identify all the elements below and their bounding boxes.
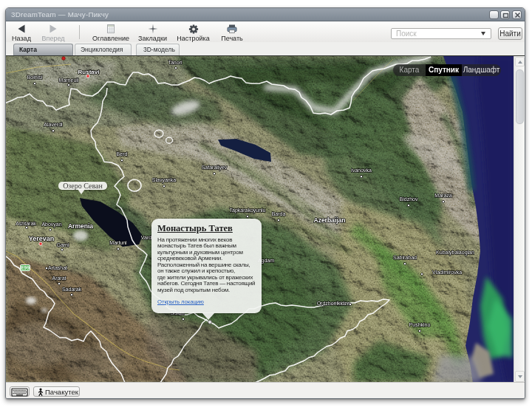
svg-text:Armenia: Armenia (68, 222, 93, 230)
svg-text:Maraza: Maraza (434, 193, 451, 198)
svg-text:Tanori: Tanori (168, 60, 183, 65)
svg-text:Sabirabad: Sabirabad (393, 255, 417, 260)
svg-text:Sadarak: Sadarak (62, 287, 82, 292)
svg-text:Alaverdi: Alaverdi (44, 122, 63, 127)
svg-text:Berd: Berd (117, 151, 128, 157)
svg-text:Abovyan: Abovyan (41, 222, 61, 228)
svg-text:Kubalybalaoglan: Kubalybalaoglan (436, 250, 474, 256)
svg-text:Pushkino: Pushkino (409, 322, 431, 327)
svg-text:Slavyanka: Slavyanka (152, 177, 176, 183)
svg-text:Vard: Vard (141, 235, 151, 240)
svg-text:Ashtarak: Ashtarak (16, 221, 36, 226)
svg-text:Safaraliyev: Safaraliyev (202, 165, 228, 171)
svg-text:Marneuli: Marneuli (59, 78, 79, 83)
svg-text:Yerevan: Yerevan (29, 235, 55, 242)
svg-text:Ararat: Ararat (52, 276, 66, 281)
svg-text:Ordzhonikidze: Ordzhonikidze (317, 301, 350, 306)
svg-text:Ivanovka: Ivanovka (351, 168, 372, 173)
svg-text:Vladimirovka: Vladimirovka (432, 270, 462, 275)
svg-text:Bolnisi: Bolnisi (27, 75, 43, 80)
svg-text:Barda: Barda (272, 211, 286, 216)
svg-text:Martuni: Martuni (109, 240, 127, 245)
svg-text:Artashat: Artashat (48, 265, 67, 270)
svg-text:Garni: Garni (56, 242, 69, 247)
svg-text:Tapkarakoyunlu: Tapkarakoyunlu (229, 208, 265, 213)
svg-text:Azerbaijan: Azerbaijan (314, 216, 346, 224)
svg-text:Bidzhov: Bidzhov (400, 197, 418, 202)
